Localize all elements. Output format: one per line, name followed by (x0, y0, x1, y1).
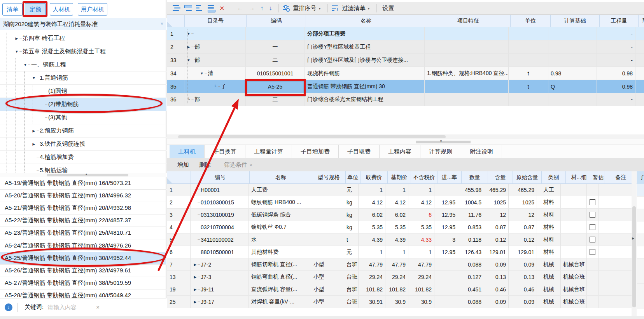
estimate-checkbox[interactable] (590, 249, 595, 255)
column-header[interactable]: 取费价 (360, 171, 388, 184)
chevron-down-icon[interactable]: ▾ (368, 6, 369, 10)
resource-row[interactable]: 13▶┄J7-3钢筋弯曲机 直径(...小型台班29.2429.2429.240… (167, 271, 632, 283)
bill-row[interactable]: 36└┄部三门诊综合楼采光天窗钢结构工程- (167, 93, 644, 106)
reorder-button[interactable]: 重排序号 (293, 5, 316, 12)
bill-row[interactable]: 1▼┄分部分项工程费- (167, 27, 644, 40)
column-header[interactable]: 数量 (462, 171, 488, 184)
row-expander-icon[interactable]: ▶ (193, 300, 198, 304)
chevron-down-icon[interactable]: ▾ (318, 6, 320, 10)
estimate-checkbox[interactable] (590, 199, 595, 205)
detail-tab-3[interactable]: 工程量计算 (245, 145, 292, 158)
panel-splitter[interactable]: ▼ (167, 139, 644, 145)
detail-tab-5[interactable]: 子目取费 (339, 145, 380, 158)
column-header[interactable]: 编码 (247, 15, 306, 27)
move-up-icon[interactable]: ↑ (260, 5, 263, 12)
quota-list-item[interactable]: A5-26/普通钢筋 带肋钢筋 直径(mm) 32/t/4979.61 (0, 265, 166, 277)
tree-item[interactable]: ┄(1)圆钢 (0, 85, 166, 98)
estimate-checkbox[interactable] (590, 237, 595, 242)
column-header[interactable]: 名称 (250, 171, 312, 184)
detail-tab-8[interactable]: 附注说明 (461, 145, 502, 158)
quota-list-item[interactable]: A5-23/普通钢筋 带肋钢筋 直径(mm) 25/t/4810.71 (0, 227, 166, 239)
delete-button[interactable]: 删除 (199, 161, 211, 169)
library-tab-3[interactable]: 人材机 (50, 3, 73, 16)
resource-row[interactable]: 1┄H00001人工费元111455.98465.29465.29人工 (167, 184, 632, 196)
clear-icon[interactable]: × (96, 304, 100, 310)
indent-icon[interactable]: → (248, 5, 255, 12)
scrollbar-thumb[interactable] (632, 206, 636, 307)
standard-selector[interactable]: 湖南2020建筑与装饰工程消耗量标准 ˅ (0, 18, 166, 30)
tree-item[interactable]: ┄(2)带肋钢筋 (0, 98, 166, 111)
tree-item[interactable]: ▶┄第四章 砖石工程 (0, 32, 166, 45)
detail-tab-7[interactable]: 计算规则 (420, 145, 461, 158)
resource-row[interactable]: 6┄88010500001其他材料费元11112.95126.43129.011… (167, 246, 632, 258)
quota-list-item[interactable]: A5-24/普通钢筋 带肋钢筋 直径(mm) 28/t/4976.26 (0, 239, 166, 252)
column-header[interactable]: 型号规格 (312, 171, 346, 184)
insert-child-icon[interactable] (196, 5, 205, 12)
row-expander-icon[interactable]: ▼ (199, 71, 205, 75)
quota-list-item[interactable]: A5-25/普通钢筋 带肋钢筋 直径(mm) 30/t/4952.44 (0, 252, 166, 265)
resource-row[interactable]: 3┄03130100019低碳钢焊条 综合kg6.026.02612.9511.… (167, 209, 632, 221)
tree-item[interactable]: ▼┄第五章 混凝土及钢筋混凝土工程 (0, 45, 166, 58)
bill-row[interactable]: 35└┄子A5-25普通钢筋 带肋钢筋 直径(mm) 30tQ0.98 (167, 80, 644, 93)
vertical-scrollbar[interactable]: ▶ (632, 171, 637, 316)
tree-item[interactable]: ▼┄一、钢筋工程 (0, 58, 166, 71)
library-tab-1[interactable]: 清单 (2, 3, 23, 16)
expand-right-icon[interactable]: ▶ (632, 237, 634, 240)
resource-row[interactable]: 4┄03210700004镀锌铁丝 Φ0.7kg5.355.355.3512.9… (167, 221, 632, 234)
keyword-input[interactable] (47, 303, 85, 311)
tree-expander-icon[interactable]: ▼ (23, 63, 28, 67)
scrollbar-thumb[interactable] (178, 135, 446, 138)
column-header[interactable]: 计算基础 (551, 15, 600, 27)
tree-item[interactable]: ▼┄1.普通钢筋 (0, 71, 166, 85)
splitter-handle[interactable] (416, 141, 471, 143)
detail-tab-4[interactable]: 子目增加费 (292, 145, 339, 158)
detail-tab-1[interactable]: 工料机 (170, 145, 205, 158)
estimate-checkbox[interactable] (590, 212, 595, 218)
docked-panel-tab[interactable]: 子 (637, 171, 644, 184)
column-header[interactable]: 进...率 (438, 171, 462, 184)
bill-row[interactable]: 33▼┄部二门诊楼Y型柱区域及门诊楼与公卫楼连接...- (167, 54, 644, 67)
resource-row[interactable]: 19▶┄J9-11直流弧焊机 容量(...小型台班101.82101.82101… (167, 283, 632, 296)
outdent-icon[interactable]: ← (237, 5, 243, 12)
column-header[interactable]: 类别 (542, 171, 566, 184)
row-expander-icon[interactable]: ▶ (193, 288, 198, 291)
filter-list-button[interactable]: 过滤清单 (342, 5, 365, 12)
column-header[interactable]: 项目特征 (426, 15, 511, 27)
quota-list-item[interactable]: A5-22/普通钢筋 带肋钢筋 直径(mm) 22/t/4857.37 (0, 214, 166, 227)
column-header[interactable]: 目录号 (185, 15, 247, 27)
column-header[interactable]: 名称 (306, 15, 426, 27)
tree-item[interactable]: ┄4.植筋增加费 (0, 151, 166, 164)
collapse-down-icon[interactable]: ▼ (439, 139, 443, 143)
row-expander-icon[interactable]: ▶ (193, 263, 198, 267)
quota-list-item[interactable]: A5-27/普通钢筋 带肋钢筋 直径(mm) 38/t/5019.59 (0, 277, 166, 289)
add-button[interactable]: 增加 (177, 161, 189, 169)
estimate-checkbox[interactable] (590, 224, 595, 230)
row-expander-icon[interactable]: ▶ (193, 275, 198, 279)
resource-row[interactable]: 5┄34110100002水t4.394.394.3330.1180.120.1… (167, 234, 632, 246)
insert-item-icon[interactable] (184, 5, 193, 12)
detail-tab-2[interactable]: 子目换算 (205, 145, 245, 158)
move-down-icon[interactable]: ↓ (269, 5, 272, 12)
insert-branch-icon[interactable] (173, 5, 181, 12)
filter-condition-button[interactable]: 筛选条件˅ (224, 161, 252, 169)
column-header[interactable]: 含量 (488, 171, 513, 184)
library-tab-2[interactable]: 定额 (25, 3, 46, 16)
tree-expander-icon[interactable]: ▶ (31, 129, 37, 133)
tree-expander-icon[interactable]: ▶ (31, 142, 37, 146)
download-circle-icon[interactable]: ↓ (5, 303, 12, 311)
column-header[interactable]: 基期价 (388, 171, 411, 184)
column-header[interactable]: 取 (639, 15, 644, 27)
column-header[interactable]: 单位 (346, 171, 360, 184)
column-header[interactable]: 材...细 (566, 171, 592, 184)
column-header[interactable]: 编号 (191, 171, 250, 184)
column-header[interactable]: 暂估 (592, 171, 604, 184)
tree-expander-icon[interactable]: ▶ (14, 37, 19, 40)
append-row-icon[interactable] (208, 5, 216, 12)
column-header[interactable]: 不含税价 (411, 171, 438, 184)
collapse-up-icon[interactable]: ▲ (85, 173, 88, 176)
resource-row[interactable]: 2┄01010300015螺纹钢筋 HRB400 ...kg4.124.124.… (167, 196, 632, 209)
quota-list-item[interactable]: A5-20/普通钢筋 带肋钢筋 直径(mm) 18/t/4996.32 (0, 190, 166, 202)
tree-expander-icon[interactable]: ▼ (31, 76, 37, 80)
tree-expander-icon[interactable]: ▼ (14, 50, 19, 54)
tree-scrollbar[interactable]: ▲ (0, 173, 166, 177)
